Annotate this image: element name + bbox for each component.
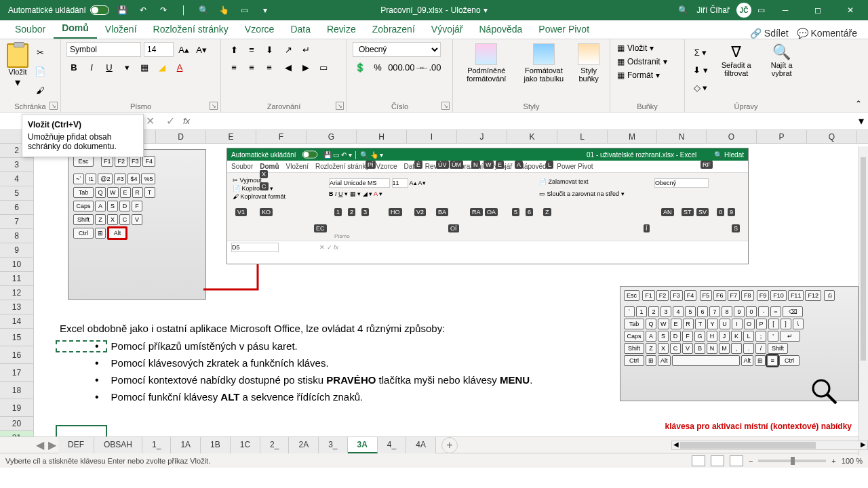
decrease-font-icon[interactable]: A▾	[194, 42, 209, 57]
fb-cancel-icon[interactable]: ✕	[142, 114, 157, 129]
percent-format-icon[interactable]: %	[370, 60, 385, 75]
align-top-icon[interactable]: ⬆	[226, 42, 241, 57]
accounting-format-icon[interactable]: 💲	[353, 60, 368, 75]
row-header-14[interactable]: 14	[0, 314, 34, 329]
borders-icon[interactable]: ▦	[137, 60, 152, 75]
formula-input[interactable]	[195, 114, 849, 129]
tab-insert[interactable]: Vložení	[97, 20, 145, 39]
zoom-level[interactable]: 100 %	[842, 457, 863, 465]
tab-view[interactable]: Zobrazení	[364, 20, 423, 39]
col-header-I[interactable]: I	[407, 130, 457, 143]
fb-expand-icon[interactable]: ▾	[854, 115, 868, 127]
window-icon[interactable]: ▭	[238, 3, 252, 17]
find-select-button[interactable]: 🔍 Najít a vybrat	[762, 42, 802, 98]
col-header-F[interactable]: F	[256, 130, 307, 143]
align-right-icon[interactable]: ≡	[262, 60, 277, 75]
align-middle-icon[interactable]: ≡	[244, 42, 259, 57]
format-painter-icon[interactable]: 🖌	[33, 83, 47, 98]
add-sheet-button[interactable]: +	[441, 437, 458, 453]
search-icon[interactable]: 🔍	[676, 3, 690, 17]
row-header-12[interactable]: 12	[0, 286, 34, 300]
grid-area[interactable]: 23456789101112131415161718192021 Esc F1F…	[0, 144, 868, 436]
normal-view-button[interactable]	[692, 455, 705, 466]
row-header-18[interactable]: 18	[0, 382, 34, 399]
tab-help[interactable]: Nápověda	[471, 20, 531, 39]
sheet-tab-2_[interactable]: 2_	[260, 437, 289, 453]
maximize-button[interactable]: ◻	[803, 0, 833, 20]
underline-button[interactable]: U	[102, 60, 117, 75]
wrap-text-icon[interactable]: ↵	[298, 42, 313, 57]
col-header-L[interactable]: L	[557, 130, 608, 143]
tab-data[interactable]: Data	[282, 20, 319, 39]
col-header-K[interactable]: K	[507, 130, 557, 143]
insert-cells-button[interactable]: ▦ Vložit ▾	[616, 42, 679, 54]
col-header-D[interactable]: D	[156, 130, 206, 143]
sheet-tab-3A[interactable]: 3A	[348, 437, 378, 453]
increase-indent-icon[interactable]: ▶	[298, 60, 313, 75]
thousands-icon[interactable]: 000	[388, 60, 403, 75]
paste-dropdown-icon[interactable]: ▾	[15, 76, 20, 89]
row-header-21[interactable]: 21	[0, 431, 34, 436]
row-header-15[interactable]: 15	[0, 329, 34, 346]
save-icon[interactable]: 💾	[116, 3, 130, 17]
zoom-icon[interactable]: 🔍	[197, 3, 211, 17]
increase-decimal-icon[interactable]: .00→	[406, 60, 420, 75]
tab-formulas[interactable]: Vzorce	[237, 20, 283, 39]
sheet-tab-1C[interactable]: 1C	[231, 437, 260, 453]
sheet-tab-1B[interactable]: 1B	[201, 437, 231, 453]
col-header-G[interactable]: G	[307, 130, 357, 143]
row-header-4[interactable]: 4	[0, 172, 34, 186]
row-header-6[interactable]: 6	[0, 201, 34, 215]
format-as-table-button[interactable]: Formátovat jako tabulku	[516, 42, 572, 84]
col-header-O[interactable]: O	[707, 130, 757, 143]
fill-icon[interactable]: ⬇ ▾	[693, 62, 708, 77]
clear-icon[interactable]: ◇ ▾	[693, 80, 708, 95]
row-header-5[interactable]: 5	[0, 186, 34, 201]
toggle-switch[interactable]	[90, 5, 109, 15]
row-header-13[interactable]: 13	[0, 300, 34, 314]
number-format-select[interactable]: Obecný	[353, 42, 441, 57]
font-name-select[interactable]	[66, 42, 141, 57]
row-header-17[interactable]: 17	[0, 364, 34, 382]
decrease-decimal-icon[interactable]: ←.00	[423, 60, 438, 75]
row-header-3[interactable]: 3	[0, 158, 34, 172]
close-button[interactable]: ✕	[835, 0, 865, 20]
cell-styles-button[interactable]: Styly buňky	[573, 42, 604, 84]
share-button[interactable]: 🔗 Sdílet	[750, 28, 789, 39]
alignment-dialog-launcher[interactable]: ↘	[336, 102, 344, 110]
italic-button[interactable]: I	[84, 60, 99, 75]
sheet-tab-1A[interactable]: 1A	[171, 437, 201, 453]
sheet-tab-4_[interactable]: 4_	[378, 437, 406, 453]
row-header-11[interactable]: 11	[0, 272, 34, 286]
sheet-tab-2A[interactable]: 2A	[289, 437, 319, 453]
zoom-out-button[interactable]: −	[749, 457, 753, 465]
col-header-M[interactable]: M	[608, 130, 657, 143]
avatar[interactable]: JČ	[736, 3, 751, 18]
pagebreak-view-button[interactable]	[730, 455, 743, 466]
sheet-tab-OBSAH[interactable]: OBSAH	[94, 437, 142, 453]
zoom-slider[interactable]	[758, 460, 826, 462]
sheet-tab-4A[interactable]: 4A	[406, 437, 436, 453]
status-dropdown-icon[interactable]: ▾	[484, 5, 488, 15]
font-color-icon[interactable]: A	[172, 60, 187, 75]
col-header-Q[interactable]: Q	[807, 130, 857, 143]
row-header-10[interactable]: 10	[0, 258, 34, 272]
delete-cells-button[interactable]: ▦ Odstranit ▾	[616, 56, 679, 68]
format-cells-button[interactable]: ▦ Formát ▾	[616, 69, 679, 81]
number-dialog-launcher[interactable]: ↘	[441, 102, 450, 110]
row-header-16[interactable]: 16	[0, 346, 34, 364]
underline-dropdown-icon[interactable]: ▾	[119, 60, 134, 75]
tab-pagelayout[interactable]: Rozložení stránky	[145, 20, 237, 39]
row-header-9[interactable]: 9	[0, 243, 34, 258]
tab-developer[interactable]: Vývojář	[423, 20, 471, 39]
col-header-E[interactable]: E	[206, 130, 256, 143]
fill-color-icon[interactable]: ◢	[155, 60, 170, 75]
ribbon-display-icon[interactable]: ▭	[754, 3, 768, 17]
customize-qat-icon[interactable]: ▾	[258, 3, 272, 17]
col-header-H[interactable]: H	[357, 130, 407, 143]
comments-button[interactable]: 💬 Komentáře	[797, 28, 857, 39]
tab-home[interactable]: Domů	[54, 18, 97, 39]
align-left-icon[interactable]: ≡	[226, 60, 241, 75]
horizontal-scrollbar[interactable]: ◀ ▶	[671, 441, 868, 450]
col-header-P[interactable]: P	[757, 130, 807, 143]
